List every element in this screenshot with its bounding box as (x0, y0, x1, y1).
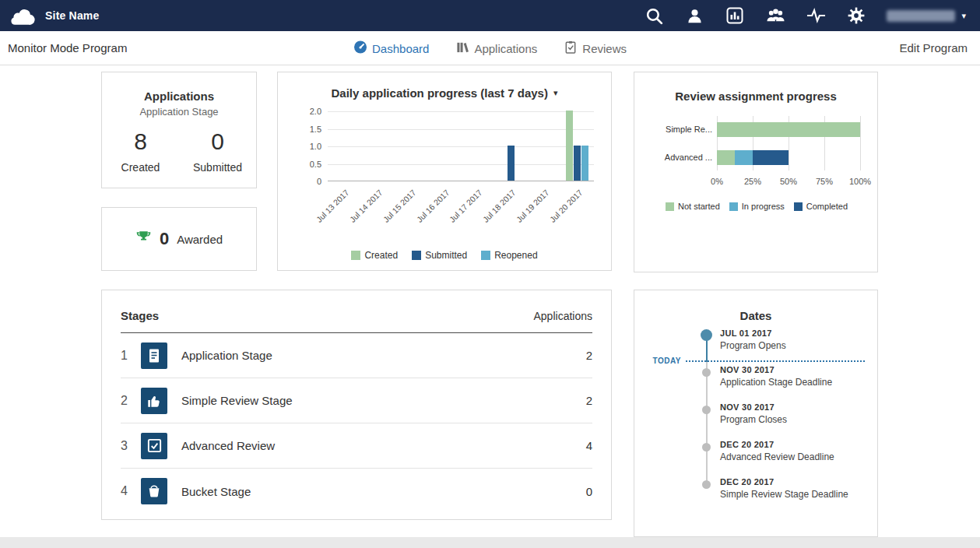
legend-swatch (412, 251, 421, 260)
event-date: DEC 20 2017 (720, 440, 834, 449)
awarded-label: Awarded (177, 233, 223, 246)
timeline-dot-current (701, 329, 712, 341)
stages-card: Stages Applications 1 Application Stage … (101, 290, 612, 520)
tab-applications[interactable]: Applications (455, 40, 537, 56)
stage-row-simple-review[interactable]: 2 Simple Review Stage 2 (121, 378, 592, 423)
search-icon[interactable] (644, 5, 664, 26)
activity-icon[interactable] (806, 5, 826, 26)
timeline-event: DEC 20 2017 Advanced Review Deadline (720, 440, 834, 462)
event-label: Advanced Review Deadline (720, 451, 834, 462)
stages-header: Stages Applications (121, 290, 592, 333)
stage-label: Bucket Stage (181, 485, 586, 498)
dashboard-icon (353, 40, 367, 56)
timeline-event: DEC 20 2017 Simple Review Stage Deadline (720, 477, 848, 500)
top-header: Site Name (0, 0, 980, 31)
stage-label: Application Stage (181, 349, 586, 362)
stage-row-application-stage[interactable]: 1 Application Stage 2 (121, 333, 592, 378)
edit-program-link[interactable]: Edit Program (899, 31, 968, 65)
awarded-value: 0 (160, 229, 169, 249)
today-label: TODAY (634, 357, 681, 365)
dates-title: Dates (634, 309, 877, 322)
stage-row-bucket-stage[interactable]: 4 Bucket Stage 0 (121, 469, 592, 514)
daily-bar-chart-plot (328, 111, 594, 181)
redacted-username (887, 10, 955, 22)
tab-reviews-label: Reviews (582, 42, 627, 55)
review-stacked-bar-chart: Not startedIn progressCompleted 0%25%50%… (647, 116, 866, 241)
chevron-down-icon: ▾ (961, 12, 966, 20)
program-nav-bar: Monitor Mode Program Dashboard Applicati… (0, 31, 980, 65)
user-menu[interactable]: ▾ (887, 10, 966, 22)
applications-card-title: Applications (102, 90, 256, 103)
reviews-icon (564, 40, 577, 56)
review-chart-legend: Not startedIn progressCompleted (647, 202, 866, 211)
stage-number: 1 (121, 349, 141, 363)
stage-label: Advanced Review (181, 439, 586, 452)
event-date: JUL 01 2017 (720, 328, 786, 338)
awarded-card: 0 Awarded (101, 207, 257, 271)
header-icon-bar: ▾ (644, 5, 980, 26)
trophy-icon (135, 230, 152, 248)
event-label: Simple Review Stage Deadline (720, 489, 848, 500)
created-label: Created (102, 161, 179, 174)
program-tabs: Dashboard Applications Reviews (353, 31, 627, 65)
cloud-logo-icon[interactable] (9, 6, 36, 26)
dates-card: Dates TODAY JUL 01 2017 Program Opens NO… (634, 290, 878, 537)
stages-applications-column-header: Applications (534, 310, 593, 322)
stage-count: 0 (586, 485, 592, 498)
legend-item: In progress (729, 202, 785, 211)
timeline-event: NOV 30 2017 Application Stage Deadline (720, 365, 832, 388)
legend-item: Completed (794, 202, 848, 211)
stages-title: Stages (121, 309, 159, 322)
stage-number: 3 (121, 439, 141, 453)
event-date: DEC 20 2017 (720, 477, 848, 487)
applications-stats: 8 Created 0 Submitted (102, 128, 256, 174)
event-date: NOV 30 2017 (720, 365, 832, 374)
user-icon[interactable] (684, 5, 704, 26)
document-icon (141, 342, 167, 369)
people-icon[interactable] (765, 5, 785, 26)
event-label: Application Stage Deadline (720, 377, 832, 388)
site-name: Site Name (45, 9, 100, 22)
legend-item: Not started (666, 202, 720, 211)
stage-count: 2 (586, 394, 592, 407)
submitted-stat: 0 Submitted (179, 128, 256, 174)
legend-item: Submitted (412, 250, 467, 261)
daily-progress-dropdown[interactable]: Daily application progress (last 7 days)… (332, 86, 558, 100)
chevron-down-icon: ▾ (553, 88, 558, 98)
daily-bar-chart: 00.51.01.52.0Jul 13 2017Jul 14 2017Jul 1… (292, 108, 599, 233)
today-dotted-line (686, 360, 865, 362)
review-progress-card: Review assignment progress Not startedIn… (634, 72, 878, 272)
page-bottom-strip (0, 537, 980, 548)
thumbs-up-icon (141, 388, 167, 414)
event-date: NOV 30 2017 (720, 402, 787, 412)
submitted-label: Submitted (179, 161, 256, 174)
tab-reviews[interactable]: Reviews (564, 40, 627, 56)
review-progress-title: Review assignment progress (634, 90, 877, 103)
legend-swatch (481, 251, 490, 260)
created-value: 8 (102, 128, 179, 155)
timeline-dot (702, 480, 711, 489)
applications-icon (455, 40, 469, 56)
tab-applications-label: Applications (474, 42, 537, 55)
submitted-value: 0 (179, 128, 256, 155)
dashboard-page: Site Name (0, 0, 980, 548)
created-stat: 8 Created (102, 128, 179, 174)
tab-dashboard[interactable]: Dashboard (353, 40, 429, 56)
stage-number: 4 (121, 484, 141, 498)
applications-card-subtitle: Application Stage (102, 106, 256, 118)
tab-dashboard-label: Dashboard (372, 42, 429, 55)
gear-icon[interactable] (846, 5, 866, 26)
legend-swatch (351, 251, 360, 260)
stage-row-advanced-review[interactable]: 3 Advanced Review 4 (121, 423, 592, 469)
timeline-event: JUL 01 2017 Program Opens (720, 328, 786, 351)
event-label: Program Closes (720, 414, 787, 425)
event-label: Program Opens (720, 340, 786, 351)
stage-number: 2 (121, 394, 141, 408)
bucket-icon (141, 478, 167, 504)
legend-swatch (666, 202, 674, 211)
timeline-dot (702, 443, 711, 451)
daily-progress-title: Daily application progress (last 7 days) (332, 86, 548, 100)
stage-count: 4 (586, 439, 592, 452)
stage-label: Simple Review Stage (181, 394, 586, 407)
bar-chart-icon[interactable] (725, 5, 745, 26)
